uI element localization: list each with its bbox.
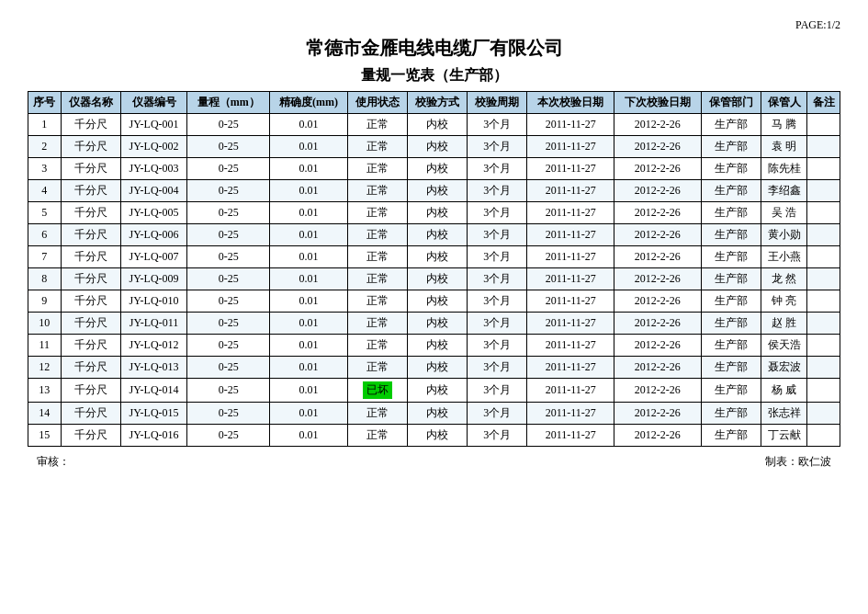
cell-range: 0-25: [187, 290, 270, 313]
cell-status: 正常: [347, 313, 407, 335]
cell-id: 1: [28, 114, 62, 136]
cell-next-date: 2012-2-26: [614, 224, 702, 246]
cell-name: 千分尺: [61, 425, 120, 447]
cell-code: JY-LQ-013: [120, 357, 187, 379]
cell-status: 正常: [347, 158, 407, 180]
cell-period: 3个月: [468, 246, 527, 268]
cell-range: 0-25: [187, 335, 270, 357]
cell-method: 内校: [408, 180, 468, 202]
cell-name: 千分尺: [61, 246, 120, 268]
cell-period: 3个月: [468, 379, 527, 403]
cell-note: [807, 357, 840, 379]
cell-code: JY-LQ-003: [120, 158, 187, 180]
cell-code: JY-LQ-006: [120, 224, 187, 246]
cell-period: 3个月: [468, 202, 527, 224]
cell-next-date: 2012-2-26: [614, 379, 702, 403]
cell-id: 15: [28, 425, 62, 447]
cell-code: JY-LQ-015: [120, 403, 187, 425]
cell-code: JY-LQ-012: [120, 335, 187, 357]
cell-dept: 生产部: [701, 379, 761, 403]
cell-note: [807, 290, 840, 313]
cell-keeper: 王小燕: [761, 246, 806, 268]
cell-range: 0-25: [187, 268, 270, 290]
cell-period: 3个月: [468, 290, 527, 313]
cell-keeper: 吴 浩: [761, 202, 806, 224]
cell-dept: 生产部: [701, 268, 761, 290]
cell-period: 3个月: [468, 158, 527, 180]
cell-keeper: 袁 明: [761, 136, 806, 158]
cell-method: 内校: [408, 246, 468, 268]
cell-note: [807, 246, 840, 268]
cell-precision: 0.01: [270, 224, 348, 246]
cell-last-date: 2011-11-27: [527, 425, 614, 447]
cell-range: 0-25: [187, 180, 270, 202]
cell-name: 千分尺: [61, 290, 120, 313]
cell-method: 内校: [408, 425, 468, 447]
cell-code: JY-LQ-010: [120, 290, 187, 313]
footer: 审核： 制表：欧仁波: [28, 454, 840, 470]
cell-status: 正常: [347, 224, 407, 246]
cell-status: 已坏: [347, 379, 407, 403]
col-header-keeper: 保管人: [761, 92, 806, 114]
table-row: 12千分尺JY-LQ-0130-250.01正常内校3个月2011-11-272…: [28, 357, 840, 379]
cell-next-date: 2012-2-26: [614, 403, 702, 425]
col-header-range: 量程（mm）: [187, 92, 270, 114]
col-header-code: 仪器编号: [120, 92, 187, 114]
cell-code: JY-LQ-004: [120, 180, 187, 202]
cell-range: 0-25: [187, 114, 270, 136]
col-header-dept: 保管部门: [701, 92, 761, 114]
cell-status: 正常: [347, 268, 407, 290]
cell-method: 内校: [408, 335, 468, 357]
cell-precision: 0.01: [270, 136, 348, 158]
cell-code: JY-LQ-007: [120, 246, 187, 268]
table-row: 11千分尺JY-LQ-0120-250.01正常内校3个月2011-11-272…: [28, 335, 840, 357]
col-header-precision: 精确度(mm): [270, 92, 348, 114]
cell-precision: 0.01: [270, 357, 348, 379]
cell-method: 内校: [408, 136, 468, 158]
cell-period: 3个月: [468, 403, 527, 425]
cell-keeper: 杨 威: [761, 379, 806, 403]
cell-range: 0-25: [187, 379, 270, 403]
cell-precision: 0.01: [270, 379, 348, 403]
cell-dept: 生产部: [701, 335, 761, 357]
col-header-id: 序号: [28, 92, 62, 114]
cell-next-date: 2012-2-26: [614, 180, 702, 202]
cell-dept: 生产部: [701, 403, 761, 425]
cell-id: 6: [28, 224, 62, 246]
table-row: 1千分尺JY-LQ-0010-250.01正常内校3个月2011-11-2720…: [28, 114, 840, 136]
cell-note: [807, 379, 840, 403]
page-number: PAGE:1/2: [28, 18, 840, 32]
cell-note: [807, 136, 840, 158]
table-row: 13千分尺JY-LQ-0140-250.01已坏内校3个月2011-11-272…: [28, 379, 840, 403]
cell-id: 12: [28, 357, 62, 379]
cell-method: 内校: [408, 224, 468, 246]
cell-method: 内校: [408, 114, 468, 136]
cell-name: 千分尺: [61, 403, 120, 425]
cell-name: 千分尺: [61, 268, 120, 290]
cell-last-date: 2011-11-27: [527, 290, 614, 313]
maker: 制表：欧仁波: [765, 454, 831, 470]
cell-period: 3个月: [468, 425, 527, 447]
cell-note: [807, 224, 840, 246]
cell-status: 正常: [347, 114, 407, 136]
col-header-period: 校验周期: [468, 92, 527, 114]
cell-note: [807, 335, 840, 357]
col-header-last-date: 本次校验日期: [527, 92, 614, 114]
cell-next-date: 2012-2-26: [614, 158, 702, 180]
cell-note: [807, 158, 840, 180]
cell-method: 内校: [408, 290, 468, 313]
table-row: 8千分尺JY-LQ-0090-250.01正常内校3个月2011-11-2720…: [28, 268, 840, 290]
cell-keeper: 侯天浩: [761, 335, 806, 357]
cell-note: [807, 202, 840, 224]
cell-next-date: 2012-2-26: [614, 290, 702, 313]
col-header-name: 仪器名称: [61, 92, 120, 114]
cell-id: 3: [28, 158, 62, 180]
cell-name: 千分尺: [61, 357, 120, 379]
cell-dept: 生产部: [701, 313, 761, 335]
cell-id: 14: [28, 403, 62, 425]
reviewer: 审核：: [37, 454, 70, 470]
cell-last-date: 2011-11-27: [527, 136, 614, 158]
col-header-method: 校验方式: [408, 92, 468, 114]
cell-next-date: 2012-2-26: [614, 335, 702, 357]
cell-precision: 0.01: [270, 313, 348, 335]
